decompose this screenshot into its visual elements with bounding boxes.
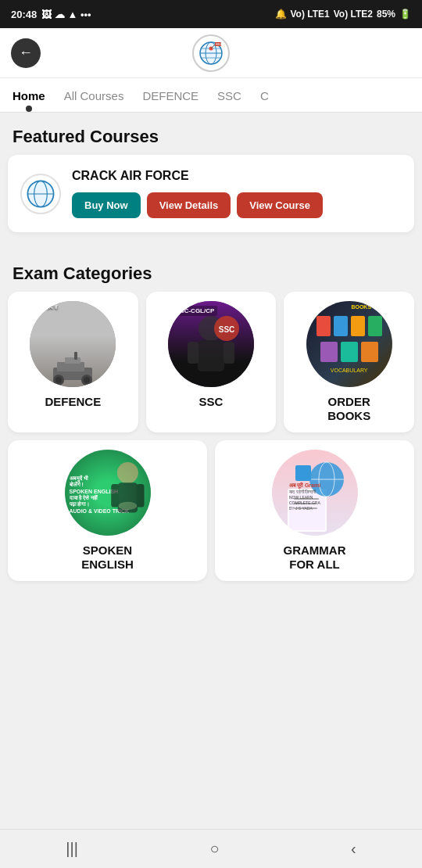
categories-top-row: आज, ज़िंद ह D	[0, 292, 422, 432]
back-button[interactable]: ←	[11, 38, 41, 68]
svg-text:NOW LEARN: NOW LEARN	[289, 495, 313, 500]
featured-card-content: CRACK AIR FORCE Buy Now View Details Vie…	[72, 169, 402, 218]
category-card-grammar[interactable]: अब पूरी Grami याद रहेगी ज़िन्दगी NOW LEA…	[215, 440, 414, 581]
svg-point-30	[118, 502, 137, 510]
navigation-tabs: Home All Courses DEFENCE SSC C	[0, 78, 422, 113]
featured-logo	[20, 174, 61, 214]
featured-logo-icon	[26, 179, 55, 209]
grammar-image: अब पूरी Grami याद रहेगी ज़िन्दगी NOW LEA…	[272, 450, 358, 536]
view-details-button[interactable]: View Details	[147, 192, 231, 218]
svg-text:अब पूरी Grami: अब पूरी Grami	[289, 482, 320, 489]
featured-course-card: CRACK AIR FORCE Buy Now View Details Vie…	[8, 155, 414, 232]
battery-icon: 🔋	[399, 9, 411, 20]
ssc-label: SSC	[199, 395, 224, 409]
status-left: 20:48 🖼 ☁ ▲ •••	[11, 9, 91, 20]
svg-rect-14	[65, 357, 80, 364]
order-books-label: ORDERBOOKS	[327, 395, 370, 423]
view-course-button[interactable]: View Course	[237, 192, 323, 218]
svg-text:COMPLETE GRA: COMPLETE GRA	[289, 500, 320, 505]
svg-point-17	[55, 377, 62, 383]
defence-image: आज, ज़िंद ह	[30, 301, 116, 387]
svg-rect-23	[224, 342, 234, 364]
tab-all-courses[interactable]: All Courses	[64, 78, 124, 112]
categories-bottom-row: अब मुद्दें भीबोलेंगे !SPOKEN ENGLISHदावा…	[0, 432, 422, 581]
grammar-label: GRAMMARFOR ALL	[284, 543, 346, 572]
bottom-navigation: ||| ○ ‹	[0, 829, 422, 868]
status-time: 20:48	[11, 9, 37, 20]
svg-rect-28	[111, 484, 119, 508]
svg-point-26	[116, 462, 138, 483]
logo: EDUC	[192, 34, 230, 72]
category-card-defence[interactable]: आज, ज़िंद ह D	[8, 292, 138, 432]
signal-icon: Vo) LTE2	[334, 9, 373, 20]
category-card-order-books[interactable]: BOOKS ONL... VOCABULARY	[284, 292, 414, 432]
tab-defence[interactable]: DEFENCE	[142, 78, 198, 112]
ssc-image: SSC-CGL/CP SSC	[168, 301, 254, 387]
nav-menu-button[interactable]: |||	[50, 834, 94, 864]
categories-title: Exam Categories	[0, 249, 422, 292]
logo-globe-icon: EDUC	[198, 41, 224, 66]
svg-text:SSC: SSC	[219, 325, 235, 334]
nav-home-button[interactable]: ○	[194, 834, 234, 864]
nav-back-button[interactable]: ‹	[335, 834, 372, 864]
svg-text:याद रहेगी ज़िन्दगी: याद रहेगी ज़िन्दगी	[288, 489, 316, 494]
defence-label: DEFENCE	[45, 395, 101, 409]
books-image: BOOKS ONL... VOCABULARY	[306, 301, 392, 387]
alarm-icon: 🔔	[275, 9, 287, 20]
spoken-english-image: अब मुद्दें भीबोलेंगे !SPOKEN ENGLISHदावा…	[65, 450, 151, 536]
battery-label: 85%	[377, 9, 395, 20]
main-content: Featured Courses CRACK AIR FORCE Buy Now…	[0, 113, 422, 640]
app-header: ← EDUC	[0, 28, 422, 78]
category-card-spoken-english[interactable]: अब मुद्दें भीबोलेंगे !SPOKEN ENGLISHदावा…	[8, 440, 207, 581]
featured-course-title: CRACK AIR FORCE	[72, 169, 402, 183]
tab-ssc[interactable]: SSC	[217, 78, 241, 112]
svg-rect-21	[198, 340, 224, 371]
svg-rect-15	[74, 352, 77, 360]
category-card-ssc[interactable]: SSC-CGL/CP SSC SSC	[146, 292, 277, 432]
tab-home[interactable]: Home	[13, 78, 45, 112]
status-right: 🔔 Vo) LTE1 Vo) LTE2 85% 🔋	[275, 9, 412, 20]
status-bar: 20:48 🖼 ☁ ▲ ••• 🔔 Vo) LTE1 Vo) LTE2 85% …	[0, 0, 422, 28]
wifi-icon: Vo) LTE1	[291, 9, 330, 20]
svg-rect-29	[136, 484, 144, 508]
exam-categories-section: Exam Categories आज, ज़िंद ह	[0, 245, 422, 594]
svg-point-19	[84, 377, 90, 383]
featured-title: Featured Courses	[0, 113, 422, 155]
featured-buttons: Buy Now View Details View Course	[72, 192, 402, 218]
svg-text:BY J S YADA: BY J S YADA	[289, 506, 313, 511]
featured-section: Featured Courses CRACK AIR FORCE Buy Now…	[0, 113, 422, 232]
svg-rect-22	[188, 342, 198, 364]
buy-now-button[interactable]: Buy Now	[72, 192, 141, 218]
status-icons: 🖼 ☁ ▲ •••	[41, 9, 91, 20]
svg-text:EDUC: EDUC	[216, 43, 223, 46]
logo-container: EDUC	[192, 34, 230, 72]
svg-rect-44	[295, 465, 311, 481]
spoken-english-label: SPOKENENGLISH	[81, 543, 134, 572]
tab-more[interactable]: C	[260, 78, 269, 112]
